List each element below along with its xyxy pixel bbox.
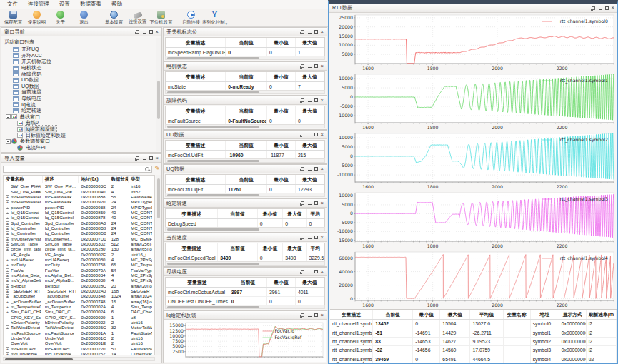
minimize-icon[interactable] [308, 238, 312, 239]
variable-row[interactable]: +mcFieldWeakenPIDmcFieldWeak...0x2000092… [4, 199, 154, 204]
variable-row[interactable]: SW_One_PI##inc...SW_One_PI#...0x2000003C… [4, 183, 154, 188]
variable-row[interactable]: +mcAlpha_Beta_fbckmcAlpha_Bel...0x200000… [4, 273, 154, 278]
minimize-icon[interactable] [308, 316, 312, 317]
column-header[interactable]: 地址 [531, 310, 559, 319]
expand-plus-icon[interactable]: + [6, 211, 9, 214]
连接设置-button[interactable]: 连接设置 [126, 10, 149, 26]
variable-row[interactable]: +_acDownBuffer_acDownBuffer0x2000074816a… [4, 299, 154, 304]
expand-plus-icon[interactable]: + [6, 310, 9, 313]
expand-plus-icon[interactable]: + [6, 352, 9, 355]
close-icon[interactable]: × [321, 313, 324, 318]
expand-plus-icon[interactable]: + [6, 284, 9, 288]
下位机设置-button[interactable]: 下位机设置 [149, 10, 173, 26]
close-icon[interactable]: × [321, 64, 324, 69]
panel-hscrollbar[interactable] [165, 305, 325, 309]
variable-row[interactable]: +mcFieldWeakenmcFieldWeak...0x2000088856… [4, 194, 154, 199]
panel-title-bar[interactable]: UQ数据× [164, 165, 327, 173]
panel-title-bar[interactable]: 母线电压× [164, 268, 327, 276]
variables-title-bar[interactable]: 导入变量 × [1, 154, 161, 163]
edit-pencil-icon[interactable]: ✎ [154, 166, 160, 172]
minimize-icon[interactable] [308, 273, 312, 273]
panel-title-bar[interactable]: 电机状态× [164, 62, 327, 71]
variable-row[interactable]: +Id_ControllerId_Controller0x200008B824M… [4, 226, 154, 231]
rtt-chart-0-svg[interactable]: 2500020000150001000050001600180020002200… [329, 13, 617, 72]
minimize-icon[interactable] [308, 101, 312, 102]
variable-row[interactable]: +Spd_ControllerSpd_Controller0x200008A02… [4, 220, 154, 225]
column-header[interactable]: 最大值 [440, 310, 470, 319]
close-icon[interactable]: × [612, 6, 614, 10]
panel-hscrollbar[interactable] [165, 193, 325, 197]
scroll-thumb[interactable] [167, 194, 259, 196]
maximize-icon[interactable] [314, 64, 318, 68]
variable-row[interactable]: +powerPIDpowerPID0x2000093824MPIDTypeDe [4, 204, 154, 209]
panel-hscrollbar[interactable] [165, 261, 325, 266]
search-box[interactable] [3, 166, 152, 173]
panel-title-bar[interactable]: Iq给定和反馈× [164, 311, 327, 320]
expand-plus-icon[interactable]: + [6, 206, 9, 209]
table-row[interactable]: rtt_channel1.symbol283-14653146279.19523… [330, 338, 617, 346]
expander-minus-icon[interactable] [6, 139, 11, 144]
variable-row[interactable]: +Iq_ControllerIq_Controller0x200008D024M… [4, 231, 154, 236]
使用说明-button[interactable]: 使用说明 [25, 10, 49, 26]
expand-plus-icon[interactable]: + [6, 263, 9, 266]
expand-plus-icon[interactable]: + [6, 278, 9, 282]
minimize-icon[interactable] [308, 204, 312, 205]
expand-plus-icon[interactable]: + [6, 226, 9, 230]
float-window-icon[interactable] [136, 156, 139, 160]
panel-hscrollbar[interactable] [165, 56, 325, 60]
退出-button[interactable]: 退出 [72, 10, 96, 26]
column-header[interactable]: 数据长度 [109, 176, 129, 183]
scroll-thumb[interactable] [167, 91, 259, 93]
rtt-title-bar[interactable]: RTT数据 × [329, 4, 617, 13]
expand-plus-icon[interactable]: + [6, 258, 9, 261]
close-icon[interactable]: × [321, 133, 324, 137]
scroll-thumb[interactable] [167, 57, 259, 59]
float-window-icon[interactable] [301, 30, 304, 34]
variable-row[interactable]: hDriverPolarityhDriverPolarity0x20000022… [4, 320, 154, 325]
variable-row[interactable]: +mcCurVariblemcCurVarible0x2000025214Cur… [4, 351, 154, 355]
基本设置-button[interactable]: 基本设置 [102, 10, 126, 26]
expand-plus-icon[interactable]: + [6, 325, 9, 329]
rtt-chart-1-svg[interactable]: 1000050000-5000-100001600180020002200rtt… [329, 72, 617, 131]
variable-row[interactable]: SW_One_PI##out...SW_One_PI#...0x20000040… [4, 188, 154, 193]
column-header[interactable]: 平均值 [470, 310, 503, 319]
maximize-icon[interactable] [314, 133, 318, 136]
variable-row[interactable]: +_acUpBuffer_acUpBuffer0x200003481024arr… [4, 293, 154, 298]
maximize-icon[interactable] [314, 98, 318, 102]
variable-row[interactable]: +_SEGGER_RTT_SEGGER_RTT0x200002A0168SEGG… [4, 288, 154, 293]
maximize-icon[interactable] [605, 6, 609, 10]
variable-row[interactable]: +SinCos_TableSinCos_Table0x00005302512ar… [4, 241, 154, 246]
panel-hscrollbar[interactable] [165, 227, 325, 231]
maximize-icon[interactable] [314, 201, 318, 205]
variable-row[interactable]: UnderVoltUnderVolt0x2000001C2uint16 [4, 335, 154, 340]
expand-plus-icon[interactable]: + [6, 200, 9, 203]
table-header-row[interactable]: 变量描述当前值最小值最大值平均值变量名称地址显示方式刷新速率(m [330, 310, 617, 320]
table-row[interactable]: rtt_channel1.symbol1-51-1469114429-26.27… [330, 328, 617, 337]
minimize-icon[interactable] [308, 67, 312, 68]
scroll-thumb[interactable] [167, 263, 259, 265]
menu-item-3[interactable]: 数据查看 [76, 0, 106, 9]
rtt-chart-4-svg[interactable]: 60000400002000001600180020002200rtt_chan… [329, 250, 617, 309]
minimize-icon[interactable] [143, 159, 146, 160]
maximize-icon[interactable] [314, 167, 318, 171]
variable-row[interactable]: +mcUABereqmcUABereq0x200000304MC_2PhSyst [4, 257, 154, 262]
variable-row[interactable]: mcFaultSourcemcFaultSource0x2000001A1Fau… [4, 330, 154, 335]
variables-scrollbar[interactable] [156, 175, 161, 355]
rtt-chart-2-svg[interactable]: 1000050000-5000-100001600180020002200rtt… [329, 131, 617, 191]
expand-plus-icon[interactable]: + [6, 294, 9, 298]
variable-row[interactable]: +m_TempertureCofm_Tempertur...0x2000002A… [4, 304, 154, 309]
float-window-icon[interactable] [301, 270, 304, 273]
column-header[interactable]: 最小值 [413, 310, 440, 319]
关于-button[interactable]: 关于 [49, 10, 72, 26]
variable-row[interactable]: +Stru_DAC_CHECKStru_DAC_C...0x200000246D… [4, 309, 154, 314]
close-icon[interactable]: × [321, 167, 324, 171]
variable-row[interactable]: +Iq_Q15ControlIq_Q15Control0x2000087840M… [4, 215, 154, 220]
maximize-icon[interactable] [314, 236, 318, 239]
expand-plus-icon[interactable]: + [6, 221, 9, 225]
panel-title-bar[interactable]: 当前速度× [164, 233, 327, 242]
minimize-icon[interactable] [308, 33, 312, 34]
variable-row[interactable]: +bRttBufbRttBuf0x2000028C20array[20] of … [4, 283, 154, 288]
navigator-title-bar[interactable]: 窗口导航 × [1, 28, 161, 36]
expand-plus-icon[interactable]: + [6, 289, 9, 293]
float-window-icon[interactable] [301, 133, 304, 136]
